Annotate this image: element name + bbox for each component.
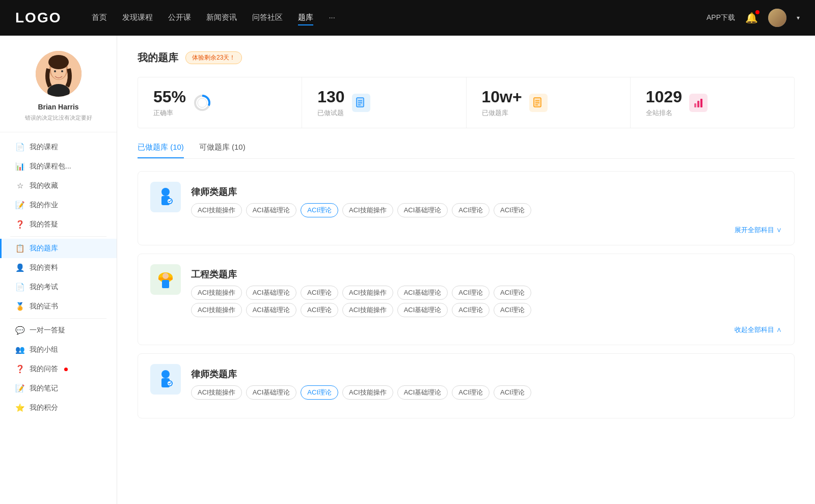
qbank-tags-1: ACI技能操作 ACI基础理论 ACI理论 ACI技能操作 ACI基础理论 AC…	[191, 203, 531, 217]
one-on-one-icon: 💬	[15, 326, 24, 335]
law2-tag-5[interactable]: ACI理论	[452, 385, 490, 400]
sidebar-item-one-on-one[interactable]: 💬 一对一答疑	[0, 321, 117, 340]
stat-done-qbanks-text: 10w+ 已做题库	[482, 88, 522, 118]
eng-tag-7[interactable]: ACI技能操作	[191, 303, 242, 317]
sidebar-item-exam[interactable]: 📄 我的考试	[0, 277, 117, 297]
unread-dot	[64, 368, 68, 371]
stat-done-questions-text: 130 已做试题	[317, 88, 344, 118]
page-header: 我的题库 体验剩余23天！	[138, 51, 795, 65]
sidebar-item-certificate[interactable]: 🏅 我的证书	[0, 297, 117, 316]
eng-tag-3[interactable]: ACI技能操作	[342, 286, 393, 300]
nav-discover[interactable]: 发现课程	[122, 11, 153, 25]
nav-open-course[interactable]: 公开课	[168, 11, 191, 25]
nav-home[interactable]: 首页	[92, 11, 107, 25]
stats-row: 55% 正确率 130 已做试题	[138, 77, 795, 128]
stat-done-questions-label: 已做试题	[317, 108, 344, 118]
tag-2[interactable]: ACI理论	[301, 203, 338, 217]
tag-6[interactable]: ACI理论	[494, 203, 531, 217]
eng-tag-9[interactable]: ACI理论	[301, 303, 338, 317]
stat-ranking-label: 全站排名	[646, 108, 682, 118]
sidebar-item-questions[interactable]: ❓ 我的问答	[0, 359, 117, 379]
svg-point-31	[161, 370, 170, 378]
svg-rect-10	[357, 98, 364, 107]
qbank-icon: 📋	[15, 244, 24, 253]
eng-tag-10[interactable]: ACI技能操作	[342, 303, 393, 317]
page-title: 我的题库	[138, 51, 178, 65]
svg-rect-20	[694, 103, 696, 107]
tab-available-qbanks[interactable]: 可做题库 (10)	[199, 143, 246, 158]
done-qbanks-icon	[529, 94, 548, 112]
law2-tag-0[interactable]: ACI技能操作	[191, 385, 242, 400]
eng-tag-1[interactable]: ACI基础理论	[246, 286, 297, 300]
eng-tag-5[interactable]: ACI理论	[452, 286, 490, 300]
eng-tag-4[interactable]: ACI基础理论	[397, 286, 448, 300]
sidebar-item-label: 我的课程包...	[30, 162, 71, 171]
sidebar-item-label: 我的证书	[30, 302, 58, 311]
eng-tag-12[interactable]: ACI理论	[452, 303, 490, 317]
law2-tag-1[interactable]: ACI基础理论	[246, 385, 297, 400]
tabs-row: 已做题库 (10) 可做题库 (10)	[138, 143, 795, 159]
eng-tag-13[interactable]: ACI理论	[494, 303, 531, 317]
tag-5[interactable]: ACI理论	[452, 203, 490, 217]
sidebar-item-profile[interactable]: 👤 我的资料	[0, 258, 117, 277]
navbar: LOGO 首页 发现课程 公开课 新闻资讯 问答社区 题库 ··· APP下载 …	[0, 0, 815, 36]
sidebar-item-points[interactable]: ⭐ 我的积分	[0, 398, 117, 417]
sidebar-item-groups[interactable]: 👥 我的小组	[0, 340, 117, 359]
eng-tag-0[interactable]: ACI技能操作	[191, 286, 242, 300]
sidebar-item-notes[interactable]: 📝 我的笔记	[0, 379, 117, 398]
sidebar-item-qbank[interactable]: 📋 我的题库	[0, 239, 117, 258]
qbank-tags-3: ACI技能操作 ACI基础理论 ACI理论 ACI技能操作 ACI基础理论 AC…	[191, 385, 782, 400]
eng-tag-2[interactable]: ACI理论	[301, 286, 338, 300]
sidebar-item-homework[interactable]: 📝 我的作业	[0, 195, 117, 215]
eng-tag-11[interactable]: ACI基础理论	[397, 303, 448, 317]
sidebar-item-my-courses[interactable]: 📄 我的课程	[0, 137, 117, 157]
tab-done-qbanks[interactable]: 已做题库 (10)	[138, 143, 184, 158]
qbank-title-2: 工程类题库	[191, 264, 782, 281]
favorites-icon: ☆	[15, 181, 24, 190]
app-download-button[interactable]: APP下载	[707, 13, 735, 22]
sidebar-item-course-packages[interactable]: 📊 我的课程包...	[0, 157, 117, 176]
eng-tag-6[interactable]: ACI理论	[494, 286, 531, 300]
stat-accuracy-text: 55% 正确率	[153, 88, 186, 118]
nav-more[interactable]: ···	[329, 11, 335, 25]
avatar[interactable]	[768, 9, 786, 27]
sidebar-item-qa[interactable]: ❓ 我的答疑	[0, 215, 117, 234]
qbank-title-3: 律师类题库	[191, 364, 782, 380]
tag-4[interactable]: ACI基础理论	[397, 203, 448, 217]
sidebar-avatar	[36, 51, 82, 97]
tag-0[interactable]: ACI技能操作	[191, 203, 242, 217]
avatar-dropdown-arrow[interactable]: ▾	[797, 14, 800, 21]
nav-qa[interactable]: 问答社区	[252, 11, 283, 25]
tag-1[interactable]: ACI基础理论	[246, 203, 297, 217]
nav-news[interactable]: 新闻资讯	[206, 11, 237, 25]
nav-qbank[interactable]: 题库	[298, 11, 313, 25]
stat-ranking-text: 1029 全站排名	[646, 88, 682, 118]
stat-done-qbanks: 10w+ 已做题库	[467, 77, 631, 128]
sidebar-item-label: 我的考试	[30, 283, 58, 292]
law2-tag-6[interactable]: ACI理论	[494, 385, 531, 400]
sidebar-item-favorites[interactable]: ☆ 我的收藏	[0, 176, 117, 195]
qbank-name-2: 工程类题库 ACI技能操作 ACI基础理论 ACI理论 ACI技能操作 ACI基…	[191, 264, 782, 317]
avatar-illustration	[36, 51, 82, 97]
eng-tag-8[interactable]: ACI基础理论	[246, 303, 297, 317]
course-packages-icon: 📊	[15, 162, 24, 171]
tag-3[interactable]: ACI技能操作	[342, 203, 393, 217]
logo: LOGO	[15, 10, 61, 26]
qbank-header-3: 律师类题库 ACI技能操作 ACI基础理论 ACI理论 ACI技能操作 ACI基…	[150, 364, 782, 400]
exam-icon: 📄	[15, 283, 24, 292]
engineer-icon	[153, 267, 178, 292]
law2-tag-2[interactable]: ACI理论	[301, 385, 338, 400]
svg-point-3	[48, 55, 69, 69]
svg-point-30	[162, 273, 169, 279]
sidebar-item-label: 我的资料	[30, 263, 58, 272]
expand-button-1[interactable]: 展开全部科目 ∨	[735, 226, 782, 235]
collapse-button-2[interactable]: 收起全部科目 ∧	[735, 325, 782, 334]
lawyer-icon-2	[153, 367, 178, 391]
law2-tag-4[interactable]: ACI基础理论	[397, 385, 448, 400]
sidebar-item-label: 我的作业	[30, 201, 58, 210]
law2-tag-3[interactable]: ACI技能操作	[342, 385, 393, 400]
stat-done-qbanks-value: 10w+	[482, 88, 522, 106]
orange-doc-icon	[533, 97, 544, 108]
qbank-icon-engineer	[150, 264, 181, 295]
notification-bell[interactable]: 🔔	[745, 12, 758, 24]
